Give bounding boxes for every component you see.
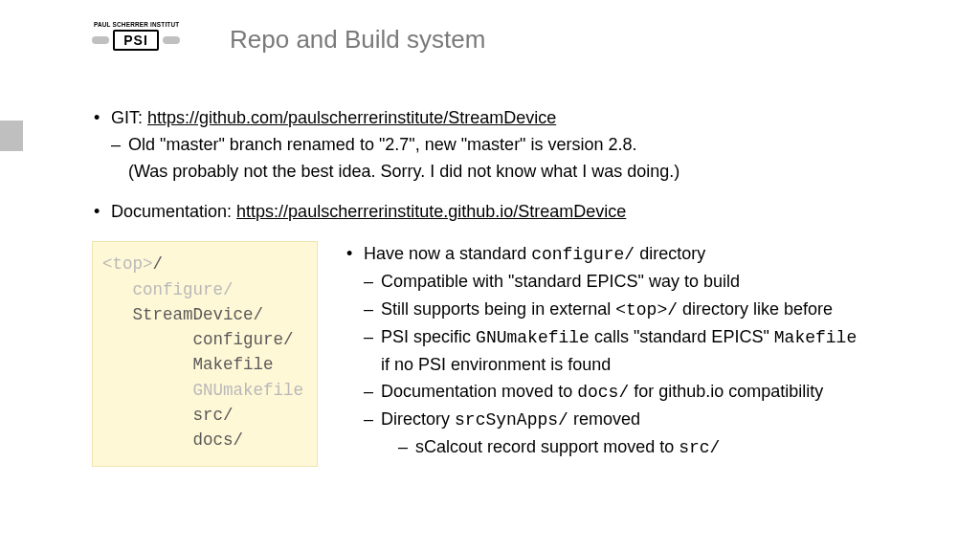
bullet-git: GIT: https://github.com/paulscherrerinst…: [92, 105, 923, 184]
right-column: Have now a standard configure/ directory…: [345, 241, 923, 467]
logo-bar-left: [92, 36, 109, 44]
dash-gnumakefile: PSI specific GNUmakefile calls "standard…: [364, 324, 923, 377]
dash-external-top: Still supports being in external <top>/ …: [364, 297, 923, 322]
logo-bar-right: [163, 36, 180, 44]
logo-institute-text: PAUL SCHERRER INSTITUT: [94, 21, 179, 28]
slide-title: Repo and Build system: [230, 25, 485, 55]
slide-content: GIT: https://github.com/paulscherrerinst…: [92, 105, 923, 467]
dash-scalcout: sCalcout record support moved to src/: [398, 434, 923, 460]
git-label: GIT:: [111, 108, 147, 127]
doc-link[interactable]: https://paulscherrerinstitute.github.io/…: [236, 202, 626, 221]
dash-docs-moved: Documentation moved to docs/ for github.…: [364, 379, 923, 405]
bullet-configure: Have now a standard configure/ directory…: [345, 241, 923, 460]
bullet-doc: Documentation: https://paulscherrerinsti…: [92, 199, 923, 224]
slide-header: PAUL SCHERRER INSTITUT PSI Repo and Buil…: [92, 21, 485, 57]
dash-srcsynapps: Directory srcSynApps/ removed sCalcout r…: [364, 407, 923, 460]
directory-tree: <top>/ configure/ StreamDevice/ configur…: [92, 241, 318, 467]
dash-compatible: Compatible with "standard EPICS" way to …: [364, 269, 923, 294]
logo-psi-box: PSI: [113, 30, 159, 51]
doc-label: Documentation:: [111, 202, 236, 221]
git-link[interactable]: https://github.com/paulscherrerinstitute…: [147, 108, 556, 127]
git-sub-branch: Old "master" branch renamed to "2.7", ne…: [111, 132, 923, 157]
side-tab: [0, 121, 23, 151]
git-sub-apology: (Was probably not the best idea. Sorry. …: [111, 159, 923, 184]
psi-logo: PAUL SCHERRER INSTITUT PSI: [92, 21, 184, 57]
